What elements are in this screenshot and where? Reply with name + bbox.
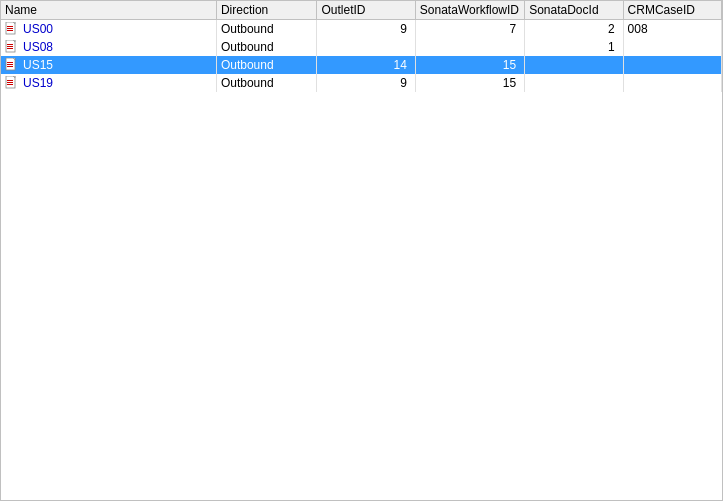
table-row[interactable]: US15 Outbound1415 xyxy=(1,56,722,74)
cell-sonata-doc-id: 1 xyxy=(525,38,623,56)
cell-outlet-id: 9 xyxy=(317,74,415,92)
column-header-outletId: OutletID xyxy=(317,1,415,20)
document-icon xyxy=(5,58,19,72)
cell-outlet-id xyxy=(317,38,415,56)
document-icon xyxy=(5,40,19,54)
svg-rect-12 xyxy=(7,62,13,63)
column-header-name: Name xyxy=(1,1,216,20)
row-name-link[interactable]: US00 xyxy=(23,22,53,36)
table-row[interactable]: US19 Outbound915 xyxy=(1,74,722,92)
svg-rect-17 xyxy=(7,80,13,81)
svg-rect-9 xyxy=(7,48,13,49)
cell-outlet-id: 14 xyxy=(317,56,415,74)
column-header-crmCaseId: CRMCaseID xyxy=(623,1,721,20)
cell-sonata-doc-id xyxy=(525,56,623,74)
svg-rect-3 xyxy=(7,28,13,29)
table-row[interactable]: US08 Outbound1 xyxy=(1,38,722,56)
cell-direction: Outbound xyxy=(216,20,317,39)
document-icon xyxy=(5,22,19,36)
cell-crm-case-id: 008 xyxy=(623,20,721,39)
cell-name: US00 xyxy=(1,20,216,39)
column-header-sonataDocId: SonataDocId xyxy=(525,1,623,20)
row-name-link[interactable]: US15 xyxy=(23,58,53,72)
cell-name: US19 xyxy=(1,74,216,92)
cell-name: US08 xyxy=(1,38,216,56)
cell-direction: Outbound xyxy=(216,74,317,92)
svg-rect-4 xyxy=(7,30,13,31)
column-header-sonataWorkflowId: SonataWorkflowID xyxy=(415,1,524,20)
svg-rect-18 xyxy=(7,82,13,83)
svg-rect-13 xyxy=(7,64,13,65)
cell-crm-case-id xyxy=(623,38,721,56)
cell-workflow-id: 15 xyxy=(415,56,524,74)
cell-sonata-doc-id: 2 xyxy=(525,20,623,39)
cell-workflow-id: 7 xyxy=(415,20,524,39)
svg-rect-14 xyxy=(7,66,13,67)
cell-direction: Outbound xyxy=(216,56,317,74)
svg-rect-8 xyxy=(7,46,13,47)
cell-direction: Outbound xyxy=(216,38,317,56)
cell-workflow-id: 15 xyxy=(415,74,524,92)
svg-rect-19 xyxy=(7,84,13,85)
column-header-direction: Direction xyxy=(216,1,317,20)
row-name-link[interactable]: US08 xyxy=(23,40,53,54)
cell-workflow-id xyxy=(415,38,524,56)
document-icon xyxy=(5,76,19,90)
svg-rect-7 xyxy=(7,44,13,45)
cell-crm-case-id xyxy=(623,56,721,74)
cell-outlet-id: 9 xyxy=(317,20,415,39)
cell-name: US15 xyxy=(1,56,216,74)
column-header-row: NameDirectionOutletIDSonataWorkflowIDSon… xyxy=(1,1,722,20)
cell-crm-case-id xyxy=(623,74,721,92)
cell-sonata-doc-id xyxy=(525,74,623,92)
row-name-link[interactable]: US19 xyxy=(23,76,53,90)
svg-rect-2 xyxy=(7,26,13,27)
data-grid[interactable]: NameDirectionOutletIDSonataWorkflowIDSon… xyxy=(0,0,723,501)
table-row[interactable]: US00 Outbound972008 xyxy=(1,20,722,39)
